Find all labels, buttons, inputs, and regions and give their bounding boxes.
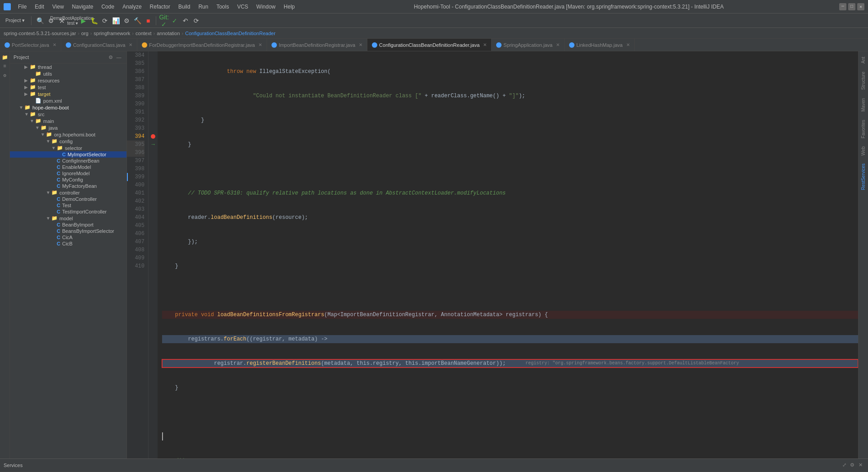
menu-window[interactable]: Window [253,3,279,11]
stop-btn[interactable]: ⚙ [122,16,131,26]
gutter-394-bp[interactable] [149,132,158,141]
tab-portselector[interactable]: PortSelector.java ✕ [0,39,61,51]
tree-testimportcontroller[interactable]: C TestImportController [10,209,127,215]
tab-close-configreader[interactable]: ✕ [483,42,487,47]
tree-cicb[interactable]: C CicB [10,241,127,247]
tab-close-configclass[interactable]: ✕ [129,42,132,47]
tree-selector[interactable]: ▼ 📁 selector [10,145,127,151]
tree-utils[interactable]: 📁 utils [10,70,127,77]
tree-enablemodel[interactable]: C EnableModel [10,164,127,170]
tree-ignoremodel[interactable]: C IgnoreModel [10,170,127,177]
project-settings-btn[interactable]: ⚙ [107,53,115,61]
coverage-btn[interactable]: ⟳ [100,16,110,26]
gutter-387 [149,76,158,84]
tree-orghopehomiboot[interactable]: ▼ 📁 org.hopehomi.boot [10,131,127,138]
bc-jar[interactable]: spring-context-5.3.21-sources.jar [4,31,76,36]
undo-btn[interactable]: ↶ [181,16,190,26]
tree-controller[interactable]: ▼ 📁 controller [10,189,127,196]
tab-importbean[interactable]: ImportBeanDefinitionRegistrar.java ✕ [267,39,367,51]
tab-close-fordebugger[interactable]: ✕ [258,42,262,47]
tree-model[interactable]: ▼ 📁 model [10,215,127,222]
gutter-408 [149,246,158,254]
project-collapse-btn[interactable]: — [115,53,123,61]
menu-vcs[interactable]: VCS [234,3,252,11]
tab-linkedhashmap[interactable]: LinkedHashMap.java ✕ [565,39,635,51]
tree-beansbyimportselector[interactable]: C BeansByImportSelector [10,228,127,234]
vcs-btn[interactable]: Git: ✓ [159,16,169,26]
maven-right-icon[interactable]: Maven [860,95,867,115]
structure-right-icon[interactable]: Structure [860,68,867,94]
vcs2-btn[interactable]: ✓ [170,16,180,26]
tree-main[interactable]: ▼ 📁 main [10,118,127,124]
toolbar-project-btn[interactable]: Project ▾ [3,17,27,24]
menu-view[interactable]: View [49,3,68,11]
tree-cica[interactable]: C CicA [10,234,127,241]
menu-file[interactable]: File [14,3,30,11]
tree-target[interactable]: ▶ 📁 target [10,91,127,97]
menu-edit[interactable]: Edit [31,3,48,11]
tree-beanbyimport[interactable]: C BeanByImport [10,222,127,228]
tab-close-springapp[interactable]: ✕ [556,42,560,47]
search-btn[interactable]: 🔍 [35,16,45,26]
web-icon[interactable]: Web [860,143,867,159]
code-content[interactable]: throw new IllegalStateException( "Could … [158,51,858,458]
xml-icon: 📄 [35,98,41,104]
tree-label: BeanByImport [62,222,94,227]
project-icon[interactable]: 📁 [1,53,9,61]
tree-config[interactable]: ▼ 📁 config [10,138,127,145]
stop2-btn[interactable]: ■ [143,16,153,26]
tree-java[interactable]: ▼ 📁 java [10,124,127,131]
code-line-385: "Could not instantiate BeanDefinitionRea… [162,92,858,100]
run-config-btn[interactable]: DemoBootApplication-test ▾ [68,16,77,26]
tree-hopedemoboot[interactable]: ▼ 📁 hope-demo-boot [10,104,127,111]
tree-myimportselector[interactable]: C MyImportSelector [10,151,127,158]
tree-configinnerbean[interactable]: C ConfigInnerBean [10,158,127,164]
tab-configreader[interactable]: ConfigurationClassBeanDefinitionReader.j… [367,39,492,51]
code-area[interactable]: 384 385 386 387 388 389 390 391 392 393 … [127,51,858,458]
run-btn[interactable]: ▶ [78,16,88,26]
tab-springapp[interactable]: SpringApplication.java ✕ [492,39,565,51]
close-button[interactable]: ✕ [857,3,864,10]
bc-context[interactable]: context [136,31,151,36]
menu-run[interactable]: Run [195,3,212,11]
maximize-button[interactable]: □ [848,3,855,10]
tree-resources[interactable]: ▶ 📁 resources [10,77,127,84]
tree-democontroller[interactable]: C DemoController [10,196,127,202]
tree-myconfig[interactable]: C MyConfig [10,177,127,183]
tab-configclass[interactable]: ConfigurationClass.java ✕ [61,39,137,51]
build2-btn[interactable]: 🔨 [132,16,142,26]
tree-thread[interactable]: ▶ 📁 thread [10,64,127,70]
bc-class[interactable]: ConfigurationClassBeanDefinitionReader [185,31,276,36]
maven-icon[interactable]: ⚙ [1,71,9,79]
menu-refactor[interactable]: Refactor [146,3,174,11]
ant-icon[interactable]: Ant [860,53,867,67]
minimize-button[interactable]: ─ [839,3,846,10]
menu-tools[interactable]: Tools [213,3,233,11]
menu-build[interactable]: Build [175,3,194,11]
menu-navigate[interactable]: Navigate [68,3,97,11]
tree-test[interactable]: ▶ 📁 test [10,84,127,91]
tab-close-portselector[interactable]: ✕ [53,42,56,47]
menu-help[interactable]: Help [280,3,298,11]
bc-annotation[interactable]: annotation [157,31,180,36]
tab-close-importbean[interactable]: ✕ [359,42,362,47]
structure-icon[interactable]: ≡ [1,62,9,70]
bc-springframework[interactable]: springframework [94,31,130,36]
tree-test-class[interactable]: C Test [10,202,127,209]
tab-close-linkedhashmap[interactable]: ✕ [626,42,630,47]
tab-fordebugger[interactable]: ForDebuggerImportBeanDefinitionRegistrar… [137,39,267,51]
bc-org[interactable]: org [81,31,88,36]
debug-btn[interactable]: 🐛 [89,16,99,26]
profile-btn[interactable]: 📊 [111,16,121,26]
tree-src[interactable]: ▼ 📁 src [10,111,127,118]
restservices-icon[interactable]: RestServices [860,160,867,194]
services-settings-btn[interactable]: ⚙ [848,461,856,469]
menu-code[interactable]: Code [98,3,118,11]
tree-myfactorybean[interactable]: C MyFactoryBean [10,183,127,189]
favorites-icon[interactable]: Favorites [860,116,867,142]
tree-pomxml[interactable]: 📄 pom.xml [10,97,127,104]
services-close-btn[interactable]: ✕ [856,461,864,469]
menu-analyze[interactable]: Analyze [119,3,145,11]
services-expand-btn[interactable]: ⤢ [840,461,848,469]
refresh-btn[interactable]: ⟳ [191,16,201,26]
